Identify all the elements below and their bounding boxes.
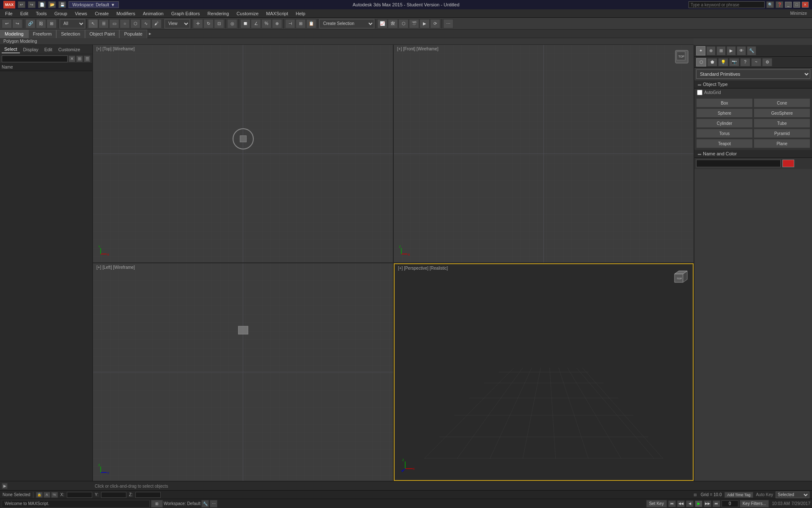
- z-coord[interactable]: [135, 492, 161, 498]
- redo-btn[interactable]: ↪: [12, 19, 22, 28]
- select-move-btn[interactable]: ✛: [193, 19, 203, 28]
- workspace-dropdown[interactable]: Workspace: Default ▼: [69, 1, 119, 8]
- tube-btn[interactable]: Tube: [754, 119, 810, 128]
- geosphere-btn[interactable]: GeoSphere: [754, 108, 810, 118]
- quick-access-open[interactable]: 📂: [48, 1, 56, 8]
- render-last-btn[interactable]: ⟳: [430, 19, 440, 28]
- menu-rendering[interactable]: Rendering: [204, 10, 233, 17]
- workspace-icon[interactable]: ⊞: [151, 500, 163, 508]
- viewport-front[interactable]: [+] [Front] [Wireframe] TOP X Z: [394, 45, 694, 262]
- menu-customize[interactable]: Customize: [233, 10, 262, 17]
- torus-btn[interactable]: Torus: [696, 129, 753, 138]
- spacewarps-icon[interactable]: ~: [751, 58, 761, 66]
- spinner-snap-btn[interactable]: ⊕: [272, 19, 282, 28]
- select-rotate-btn[interactable]: ↻: [203, 19, 214, 28]
- minimize-btn[interactable]: _: [785, 2, 792, 8]
- systems-icon[interactable]: ⚙: [762, 58, 772, 66]
- menu-edit[interactable]: Edit: [17, 10, 32, 17]
- tab-modeling[interactable]: Modeling: [0, 30, 28, 38]
- play-back-btn[interactable]: ◀: [686, 500, 694, 507]
- key-filters-btn[interactable]: Key Filters...: [740, 500, 769, 508]
- name-color-header[interactable]: ▬ Name and Color: [694, 150, 812, 158]
- add-time-tag-btn[interactable]: Add Time Tag: [724, 492, 754, 498]
- set-key-btn[interactable]: Set Key: [646, 500, 667, 508]
- menu-graph-editors[interactable]: Graph Editors: [168, 10, 203, 17]
- quick-access-redo[interactable]: ↪: [28, 1, 36, 8]
- workspace-settings-btn[interactable]: 🔧: [201, 500, 209, 508]
- next-frame-btn[interactable]: ⏭: [713, 500, 720, 507]
- std-primitives-dropdown[interactable]: Standard Primitives: [696, 69, 810, 79]
- unlink-btn[interactable]: ⛓: [36, 19, 46, 28]
- menu-maxscript[interactable]: MAXScript: [263, 10, 291, 17]
- motion-icon[interactable]: ▶: [727, 46, 736, 55]
- circular-select-btn[interactable]: ○: [120, 19, 130, 28]
- color-swatch[interactable]: [782, 160, 794, 167]
- search-options-btn[interactable]: ☰: [84, 55, 91, 62]
- x-coord[interactable]: [67, 492, 92, 498]
- y-coord[interactable]: [101, 492, 126, 498]
- search-filter-btn[interactable]: ⊞: [76, 55, 83, 62]
- selected-dropdown[interactable]: Selected: [776, 491, 809, 498]
- search-input[interactable]: [689, 1, 765, 8]
- tab-populate[interactable]: Populate: [119, 30, 147, 38]
- quick-access-new[interactable]: 📄: [38, 1, 46, 8]
- create-icon[interactable]: ✦: [696, 46, 705, 55]
- quick-access-undo[interactable]: ↩: [18, 1, 25, 8]
- menu-create[interactable]: Create: [91, 10, 112, 17]
- create-selection-dropdown[interactable]: Create Selection: [319, 19, 374, 28]
- viewport-perspective[interactable]: [+] [Perspective] [Realistic] TOP X Z: [394, 263, 694, 481]
- select-link-btn[interactable]: 🔗: [25, 19, 36, 28]
- snap-toggle-btn[interactable]: 🔲: [240, 19, 250, 28]
- minimize-panel[interactable]: Minimize: [787, 10, 810, 17]
- viewport-left[interactable]: [+] [Left] [Wireframe] Y Z: [93, 263, 393, 481]
- modify-icon[interactable]: ⊕: [706, 46, 716, 55]
- close-btn[interactable]: ✕: [802, 2, 809, 8]
- tab-freeform[interactable]: Freeform: [28, 30, 57, 38]
- display-icon[interactable]: 👁: [737, 46, 746, 55]
- object-name-input[interactable]: [696, 160, 781, 167]
- use-pivot-btn[interactable]: ◎: [227, 19, 237, 28]
- panel-tab-customize[interactable]: Customize: [56, 46, 83, 53]
- bind-space-warp[interactable]: ⊞: [47, 19, 57, 28]
- curve-editor-btn[interactable]: 📈: [377, 19, 387, 28]
- select-scale-btn[interactable]: ⊡: [214, 19, 224, 28]
- mirror-btn[interactable]: ⊣: [285, 19, 295, 28]
- scene-list[interactable]: [0, 71, 92, 481]
- extra-tools-btn[interactable]: ⋯: [443, 19, 453, 28]
- search-clear-btn[interactable]: ✕: [69, 55, 75, 62]
- menu-animation[interactable]: Animation: [140, 10, 167, 17]
- render-frame-btn[interactable]: ▶: [420, 19, 430, 28]
- undo-btn[interactable]: ↩: [2, 19, 12, 28]
- menu-views[interactable]: Views: [71, 10, 91, 17]
- lasso-select-btn[interactable]: ∿: [141, 19, 151, 28]
- render-setup-btn[interactable]: 🎬: [409, 19, 419, 28]
- cone-btn[interactable]: Cone: [754, 98, 810, 108]
- prev-key-btn[interactable]: ◀◀: [677, 500, 685, 507]
- object-type-header[interactable]: ▬ Object Type: [694, 80, 812, 88]
- menu-tools[interactable]: Tools: [33, 10, 50, 17]
- select-by-name-btn[interactable]: ☰: [99, 19, 109, 28]
- teapot-btn[interactable]: Teapot: [696, 139, 753, 148]
- plane-btn[interactable]: Plane: [754, 139, 810, 148]
- tab-selection[interactable]: Selection: [56, 30, 85, 38]
- helpers-icon[interactable]: ?: [740, 58, 750, 66]
- sphere-btn[interactable]: Sphere: [696, 108, 753, 118]
- prev-frame-btn[interactable]: ⏮: [668, 500, 676, 507]
- menu-file[interactable]: File: [2, 10, 16, 17]
- percent-mode-btn[interactable]: %: [51, 492, 58, 498]
- pyramid-btn[interactable]: Pyramid: [754, 129, 810, 138]
- select-object-btn[interactable]: ↖: [88, 19, 98, 28]
- viewport-nav-expand[interactable]: ▶: [2, 483, 8, 489]
- menu-modifiers[interactable]: Modifiers: [113, 10, 139, 17]
- fence-select-btn[interactable]: ⬡: [130, 19, 140, 28]
- hierarchy-icon[interactable]: ⊞: [716, 46, 726, 55]
- autogrid-checkbox[interactable]: [697, 90, 702, 95]
- viewport-top[interactable]: [+] [Top] [Wireframe] X Y: [93, 45, 393, 262]
- tab-object-paint[interactable]: Object Paint: [85, 30, 120, 38]
- maximize-btn[interactable]: □: [793, 2, 800, 8]
- panel-tab-display[interactable]: Display: [21, 46, 41, 53]
- search-btn[interactable]: 🔍: [766, 1, 774, 8]
- lights-icon[interactable]: 💡: [718, 58, 728, 66]
- current-frame-input[interactable]: 0: [721, 500, 738, 507]
- align-btn[interactable]: ⊞: [296, 19, 306, 28]
